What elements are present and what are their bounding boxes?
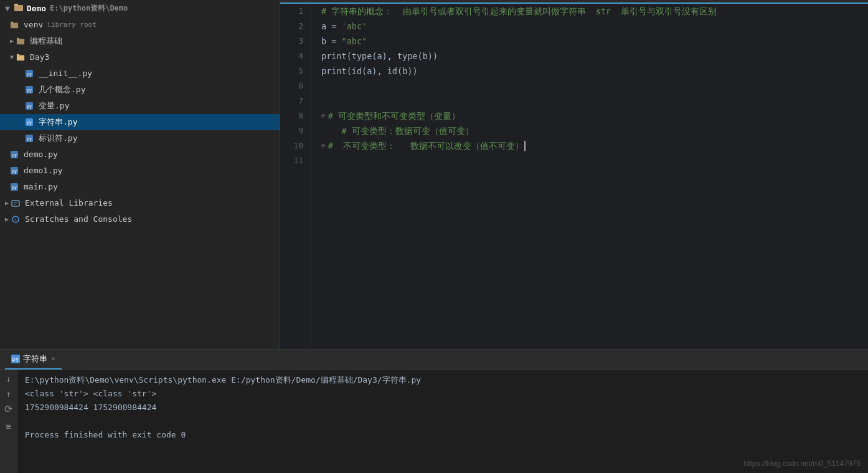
py-file-icon-active: py — [25, 118, 34, 127]
venv-sublabel: library root — [47, 18, 96, 32]
scratches-label: Scratches and Consoles — [25, 213, 132, 226]
project-root[interactable]: ▼ Demo E:\python资料\Demo — [0, 0, 280, 17]
watermark: https://blog.csdn.net/m0_51147975 — [744, 459, 861, 468]
svg-text:py: py — [27, 104, 32, 109]
line1-comment: # 字符串的概念： 由单引号或者双引号引起来的变量就叫做字符串 str 单引号与… — [321, 4, 717, 19]
demo1-label: demo1.py — [24, 164, 63, 178]
code-line-10: ⊖ # 不可变类型： 数据不可以改变（值不可变） — [321, 138, 858, 153]
console-output-line4: Process finished with exit code 0 — [25, 428, 861, 442]
sidebar-item-bianliang[interactable]: py 变量.py — [0, 98, 280, 114]
clear-icon[interactable]: ≡ — [2, 419, 16, 433]
sidebar-item-scratches[interactable]: ▶ s Scratches and Consoles — [0, 211, 280, 227]
svg-text:py: py — [27, 88, 32, 93]
main-area: ▼ Demo E:\python资料\Demo venv library roo… — [0, 0, 868, 349]
svg-rect-2 — [11, 23, 18, 29]
panel-left-icons: ↓ ↑ ⟳ ≡ — [0, 370, 17, 473]
fold-marker-8[interactable]: ⊖ — [321, 108, 326, 123]
svg-text:py: py — [12, 169, 17, 174]
svg-text:py: py — [12, 153, 17, 158]
zifuchuan-label: 字符串.py — [39, 115, 77, 129]
svg-rect-5 — [17, 38, 19, 40]
fold-marker-10[interactable]: ⊖ — [321, 138, 326, 153]
biaoshipv-label: 标识符.py — [39, 131, 77, 145]
svg-rect-7 — [17, 54, 19, 56]
extlib-label: External Libraries — [25, 196, 113, 210]
main-label: main.py — [24, 180, 58, 194]
sidebar-item-extlib[interactable]: ▶ External Libraries — [0, 195, 280, 211]
console-tab[interactable]: py 字符串 × — [5, 350, 62, 370]
svg-rect-4 — [17, 39, 24, 45]
py-file-icon7: py — [10, 183, 19, 191]
folder-open-icon — [16, 53, 25, 62]
py-file-icon4: py — [25, 134, 34, 143]
day3-label: Day3 — [30, 50, 49, 64]
sidebar-item-main[interactable]: py main.py — [0, 179, 280, 195]
code-line-9: # 可变类型：数据可变（值可变） — [321, 123, 858, 138]
bottom-panel: py 字符串 × ↓ ↑ ⟳ ≡ E:\python资料\Demo\venv\S… — [0, 349, 868, 473]
sidebar-item-biancheng[interactable]: ▶ 编程基础 — [0, 33, 280, 49]
scroll-down-icon[interactable]: ↓ — [2, 372, 16, 386]
svg-rect-0 — [14, 5, 23, 11]
sidebar-item-day3[interactable]: ▼ Day3 — [0, 49, 280, 65]
sidebar-item-demo[interactable]: py demo.py — [0, 146, 280, 163]
editor-content[interactable]: 1 2 3 4 5 6 7 8 9 10 11 # 字符串的概念： 由单引号或者… — [280, 4, 868, 349]
code-line-4: print(type(a), type(b)) — [321, 49, 858, 64]
py-file-icon2: py — [25, 85, 34, 94]
svg-text:py: py — [27, 72, 32, 77]
console-tab-close[interactable]: × — [51, 355, 55, 363]
project-name: Demo — [27, 4, 46, 13]
console-output-line1: <class 'str'> <class 'str'> — [25, 387, 861, 401]
console-output-line2: 1752900984424 1752900984424 — [25, 401, 861, 414]
py-file-icon5: py — [10, 150, 19, 159]
code-line-3: b = "abc" — [321, 34, 858, 49]
svg-text:py: py — [27, 136, 32, 141]
svg-text:s: s — [14, 217, 17, 222]
console-output: E:\python资料\Demo\venv\Scripts\python.exe… — [17, 370, 868, 473]
rerun-icon[interactable]: ⟳ — [2, 402, 16, 416]
editor-area: 1 2 3 4 5 6 7 8 9 10 11 # 字符串的概念： 由单引号或者… — [280, 0, 868, 349]
code-line-8: ⊖ # 可变类型和不可变类型（变量） — [321, 108, 858, 123]
panel-tabs: py 字符串 × — [0, 350, 868, 370]
svg-text:py: py — [12, 185, 17, 190]
code-lines[interactable]: # 字符串的概念： 由单引号或者双引号引起来的变量就叫做字符串 str 单引号与… — [311, 4, 868, 349]
py-file-icon6: py — [10, 166, 19, 175]
bianliang-label: 变量.py — [39, 99, 69, 113]
code-line-5: print(id(a), id(b)) — [321, 64, 858, 79]
svg-rect-24 — [12, 201, 19, 206]
sidebar-item-demo1[interactable]: py demo1.py — [0, 163, 280, 179]
project-path: E:\python资料\Demo — [50, 3, 128, 14]
svg-rect-1 — [14, 4, 18, 6]
scratch-icon: s — [11, 215, 20, 224]
folder-closed-icon — [10, 21, 19, 29]
demo-label: demo.py — [24, 148, 58, 161]
py-file-icon3: py — [25, 102, 34, 110]
code-line-6 — [321, 79, 858, 93]
jige-label: 几个概念.py — [39, 83, 85, 97]
init-label: __init__.py — [39, 67, 92, 80]
extlib-icon — [11, 199, 20, 208]
sidebar-item-venv[interactable]: venv library root — [0, 17, 280, 33]
console-tab-icon: py — [11, 355, 20, 363]
folder-closed-icon2 — [16, 37, 25, 45]
biancheng-label: 编程基础 — [30, 34, 62, 48]
py-file-icon: py — [25, 69, 34, 78]
scroll-up-icon[interactable]: ↑ — [2, 387, 16, 401]
sidebar: ▼ Demo E:\python资料\Demo venv library roo… — [0, 0, 280, 349]
code-line-2: a = 'abc' — [321, 19, 858, 34]
console-output-line3 — [25, 414, 861, 428]
code-line-1: # 字符串的概念： 由单引号或者双引号引起来的变量就叫做字符串 str 单引号与… — [321, 4, 858, 19]
code-line-7 — [321, 93, 858, 108]
svg-text:py: py — [27, 120, 32, 125]
sidebar-item-init[interactable]: py __init__.py — [0, 65, 280, 82]
sidebar-item-zifuchuan[interactable]: py 字符串.py — [0, 114, 280, 130]
code-line-11 — [321, 153, 858, 168]
line-numbers: 1 2 3 4 5 6 7 8 9 10 11 — [280, 4, 311, 349]
svg-rect-3 — [11, 22, 13, 24]
sidebar-item-jige[interactable]: py 几个概念.py — [0, 82, 280, 98]
svg-rect-6 — [17, 55, 24, 61]
console-area: ↓ ↑ ⟳ ≡ E:\python资料\Demo\venv\Scripts\py… — [0, 370, 868, 473]
venv-label: venv — [24, 18, 43, 32]
console-tab-label: 字符串 — [23, 353, 47, 365]
console-command: E:\python资料\Demo\venv\Scripts\python.exe… — [25, 373, 861, 387]
sidebar-item-biaoshipv[interactable]: py 标识符.py — [0, 130, 280, 146]
